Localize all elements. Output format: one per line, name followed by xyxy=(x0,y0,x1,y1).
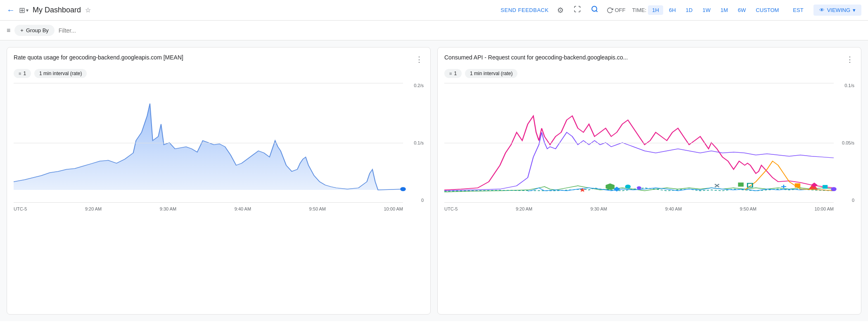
svg-text:★: ★ xyxy=(579,187,586,193)
chart-interval-tag-1[interactable]: 1 min interval (rate) xyxy=(34,69,87,78)
chart-plot-2: ★ ✕ + xyxy=(444,83,834,203)
timezone-button[interactable]: EST xyxy=(790,5,806,15)
chart-menu-button-1[interactable]: ⋮ xyxy=(415,54,424,65)
svg-point-1 xyxy=(400,187,406,191)
header-center: SEND FEEDBACK ⚙ OFF TIME: 1H 6H 1D 1W 1M… xyxy=(500,4,861,17)
group-by-button[interactable]: + Group By xyxy=(14,25,55,36)
y-min-1: 0 xyxy=(421,198,424,203)
svg-rect-11 xyxy=(795,183,800,187)
grid-icon: ⊞ xyxy=(19,6,25,15)
chart-tags-2: ≡ 1 1 min interval (rate) xyxy=(444,69,854,78)
time-button-6w[interactable]: 6W xyxy=(734,5,750,15)
time-button-1d[interactable]: 1D xyxy=(682,5,697,15)
y-max-2: 0.1/s xyxy=(844,83,854,88)
chart-x-axis-2: UTC-5 9:20 AM 9:30 AM 9:40 AM 9:50 AM 10… xyxy=(444,203,834,215)
eye-icon: 👁 xyxy=(819,7,825,13)
favorite-icon[interactable]: ☆ xyxy=(85,6,91,14)
x-label-920: 9:20 AM xyxy=(85,206,102,211)
x2-label-940: 9:40 AM xyxy=(665,206,682,211)
chart-header-1: Rate quota usage for geocoding-backend.g… xyxy=(14,54,424,65)
grid-line-top-2 xyxy=(444,83,834,83)
chart-filter-tag-2[interactable]: ≡ 1 xyxy=(444,69,462,78)
x2-label-950: 9:50 AM xyxy=(740,206,757,211)
time-button-1h[interactable]: 1H xyxy=(648,5,663,15)
search-button[interactable] xyxy=(589,4,600,17)
svg-point-6 xyxy=(637,186,641,189)
time-label: TIME: xyxy=(632,7,647,13)
svg-point-5 xyxy=(625,185,631,189)
main-content: Rate quota usage for geocoding-backend.g… xyxy=(0,40,868,321)
dashboard-title: My Dashboard xyxy=(33,6,81,14)
svg-point-0 xyxy=(592,6,597,11)
chart-y-axis-2: 0.1/s 0.05/s 0 xyxy=(838,83,854,203)
send-feedback-button[interactable]: SEND FEEDBACK xyxy=(500,7,548,13)
filter-icon-1: ≡ xyxy=(19,71,21,76)
plus-icon: + xyxy=(20,27,24,33)
svg-rect-8 xyxy=(738,182,743,187)
x-label-950: 9:50 AM xyxy=(309,206,326,211)
x2-label-920: 9:20 AM xyxy=(516,206,532,211)
x-label-940: 9:40 AM xyxy=(235,206,251,211)
svg-rect-9 xyxy=(747,183,752,187)
chart-menu-button-2[interactable]: ⋮ xyxy=(845,54,854,65)
y-max-1: 0.2/s xyxy=(414,83,424,88)
x2-label-1000: 10:00 AM xyxy=(814,206,833,211)
fullscreen-button[interactable] xyxy=(572,4,583,17)
filter-count-2: 1 xyxy=(454,71,457,76)
chart-card-2: Consumed API - Request count for geocodi… xyxy=(437,47,861,315)
y-mid-2: 0.05/s xyxy=(842,140,854,145)
x-label-930: 9:30 AM xyxy=(160,206,176,211)
dropdown-arrow-icon: ▾ xyxy=(26,7,28,13)
grid-line-mid-2 xyxy=(444,143,834,143)
filter-count-1: 1 xyxy=(23,71,26,76)
time-button-6h[interactable]: 6H xyxy=(665,5,680,15)
back-button[interactable]: ← xyxy=(7,5,15,15)
header: ← ⊞ ▾ My Dashboard ☆ SEND FEEDBACK ⚙ OFF xyxy=(0,0,868,21)
header-left: ← ⊞ ▾ My Dashboard ☆ xyxy=(7,5,496,15)
filter-bar: ≡ + Group By xyxy=(0,21,868,40)
x-label-1000: 10:00 AM xyxy=(384,206,403,211)
chart-title-1: Rate quota usage for geocoding-backend.g… xyxy=(14,54,183,61)
settings-button[interactable]: ⚙ xyxy=(555,4,565,17)
time-button-1m[interactable]: 1M xyxy=(716,5,732,15)
chart-card-1: Rate quota usage for geocoding-backend.g… xyxy=(7,47,431,315)
auto-refresh-toggle[interactable]: OFF xyxy=(607,7,626,14)
x-label-utc: UTC-5 xyxy=(14,206,27,211)
chart-filter-tag-1[interactable]: ≡ 1 xyxy=(14,69,31,78)
y-min-2: 0 xyxy=(852,198,854,203)
chart-plot-1 xyxy=(14,83,403,203)
chart-tags-1: ≡ 1 1 min interval (rate) xyxy=(14,69,424,78)
x2-label-utc: UTC-5 xyxy=(444,206,458,211)
chart-area-1: 0.2/s 0.1/s 0 xyxy=(14,83,424,215)
y-mid-1: 0.1/s xyxy=(414,140,424,145)
chart-x-axis-1: UTC-5 9:20 AM 9:30 AM 9:40 AM 9:50 AM 10… xyxy=(14,203,403,215)
time-button-custom[interactable]: CUSTOM xyxy=(752,5,783,15)
time-button-1w[interactable]: 1W xyxy=(698,5,715,15)
grid-line-mid-1 xyxy=(14,143,403,143)
viewing-label: VIEWING xyxy=(827,7,850,13)
filter-input[interactable] xyxy=(59,27,861,34)
chart-header-2: Consumed API - Request count for geocodi… xyxy=(444,54,854,65)
chart-interval-tag-2[interactable]: 1 min interval (rate) xyxy=(465,69,517,78)
svg-rect-13 xyxy=(823,185,828,189)
group-by-label: Group By xyxy=(26,27,49,33)
dashboard-icon-button[interactable]: ⊞ ▾ xyxy=(19,6,28,15)
grid-line-top-1 xyxy=(14,83,403,83)
x2-label-930: 9:30 AM xyxy=(591,206,607,211)
viewing-button[interactable]: 👁 VIEWING ▾ xyxy=(813,5,861,16)
svg-point-14 xyxy=(831,187,836,191)
svg-text:✕: ✕ xyxy=(714,183,720,189)
viewing-dropdown-icon: ▾ xyxy=(853,7,856,13)
svg-text:+: + xyxy=(781,182,787,191)
chart-area-2: 0.1/s 0.05/s 0 xyxy=(444,83,854,215)
filter-menu-icon[interactable]: ≡ xyxy=(7,27,10,34)
chart-y-axis-1: 0.2/s 0.1/s 0 xyxy=(407,83,424,203)
filter-icon-2: ≡ xyxy=(449,71,452,76)
interval-label-1: 1 min interval (rate) xyxy=(39,71,82,76)
chart-title-2: Consumed API - Request count for geocodi… xyxy=(444,54,628,61)
interval-label-2: 1 min interval (rate) xyxy=(470,71,512,76)
time-section: TIME: 1H 6H 1D 1W 1M 6W CUSTOM xyxy=(632,5,783,15)
auto-refresh-label: OFF xyxy=(615,7,626,13)
